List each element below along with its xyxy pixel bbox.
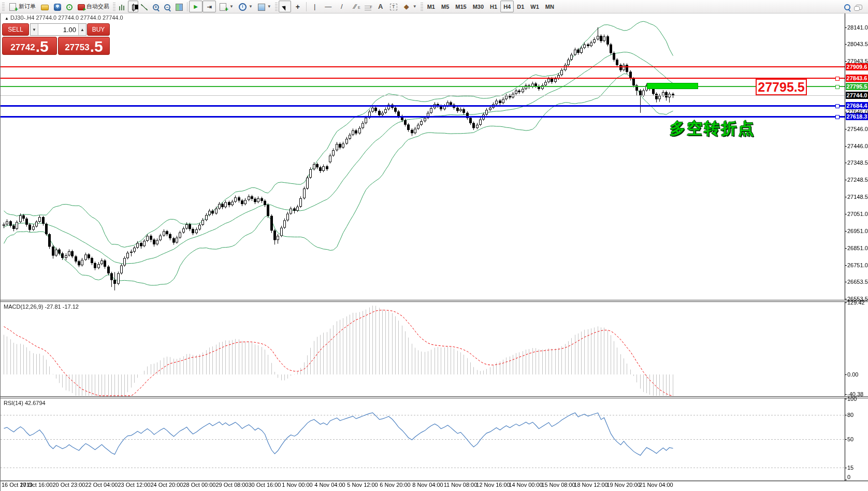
chat-button[interactable] [853, 1, 865, 12]
arrows-dropdown[interactable]: ◆▼ [400, 1, 419, 12]
sell-price-box[interactable]: 27742.5 [2, 37, 57, 55]
price-axis-tick: 26851.0 [847, 245, 868, 251]
buy-price-box[interactable]: 27753.5 [58, 37, 110, 55]
volume-stepper: ▼ ▲ [30, 23, 86, 36]
price-axis-tick: 28141.0 [847, 24, 868, 31]
channel-tool[interactable]: ∕∕E [349, 1, 362, 12]
text-tool[interactable]: A [374, 1, 387, 12]
timeframe-h4[interactable]: H4 [500, 1, 514, 12]
line-handle[interactable] [835, 115, 840, 119]
time-axis-label: 29 Oct 08:00 [216, 482, 249, 488]
fibonacci-tool[interactable]: F [362, 1, 374, 12]
time-axis-label: 22 Oct 04:00 [85, 482, 118, 488]
volume-increase-button[interactable]: ▲ [78, 24, 86, 35]
timeframe-h1[interactable]: H1 [487, 1, 500, 12]
chart-shift-button[interactable]: ⇥ [202, 1, 216, 12]
templates-dropdown[interactable]: ▼ [255, 1, 274, 12]
indicators-dropdown[interactable]: ▼ [216, 1, 236, 12]
autotrade-button[interactable]: 自动交易 [75, 1, 112, 12]
sell-price-frac: .5 [36, 39, 49, 54]
candlestick-icon [132, 5, 135, 10]
bar-chart-mode-button[interactable] [117, 1, 128, 12]
auto-scroll-button[interactable]: ▶ [189, 1, 202, 12]
timeframe-m15[interactable]: M15 [452, 1, 469, 12]
toolbar-separator [306, 2, 307, 11]
turning-point-annotation[interactable]: 多空转折点 [670, 118, 755, 139]
horizontal-line-27684.4[interactable] [1, 105, 845, 107]
templates-icon [258, 4, 265, 11]
time-axis-label: 1 Nov 00:00 [282, 482, 312, 488]
line-handle[interactable] [835, 104, 840, 108]
volume-decrease-button[interactable]: ▼ [31, 24, 38, 35]
rsi-axis-tick: 100 [847, 396, 868, 402]
chart-canvas[interactable] [1, 13, 868, 491]
time-axis-label: 8 Nov 04:00 [412, 482, 443, 488]
horizontal-line-27618.3[interactable] [1, 116, 845, 118]
horizontal-line-27909.6[interactable] [1, 66, 845, 67]
time-axis-label: 18 Nov 12:00 [574, 482, 607, 488]
vertical-line-tool[interactable]: | [308, 1, 322, 12]
time-axis-label: 20 Oct 23:00 [53, 482, 85, 488]
toolbar-grip [2, 3, 5, 11]
chevron-down-icon: ▼ [229, 4, 234, 9]
candle-chart-mode-button[interactable] [128, 1, 138, 12]
time-axis-label: 12 Nov 16:00 [476, 482, 510, 488]
timeframe-m30[interactable]: M30 [470, 1, 487, 12]
vertical-line-icon: | [311, 3, 319, 11]
rsi-indicator-label: RSI(14) 42.6794 [4, 400, 46, 406]
periods-dropdown[interactable]: ▼ [236, 1, 255, 12]
zoom-out-icon: − [164, 4, 170, 10]
new-order-button[interactable]: 新订单 [6, 1, 38, 12]
time-axis-label: 30 Oct 16:00 [249, 482, 281, 488]
autotrade-label: 自动交易 [86, 3, 109, 10]
price-axis-tick: 27348.5 [847, 160, 868, 166]
buy-price-frac: .5 [90, 39, 103, 54]
volume-input[interactable] [38, 24, 78, 35]
tile-windows-button[interactable] [173, 1, 185, 12]
timeframe-mn[interactable]: MN [542, 1, 557, 12]
horizontal-line-27843.6[interactable] [1, 78, 845, 79]
timeframe-w1[interactable]: W1 [527, 1, 542, 12]
price-axis-tick: 27943.5 [847, 58, 868, 64]
sell-button[interactable]: SELL [2, 23, 29, 36]
line-handle[interactable] [835, 85, 840, 89]
highlight-rectangle[interactable] [647, 83, 698, 89]
chevron-down-icon: ▼ [249, 4, 253, 9]
line-chart-mode-button[interactable] [138, 1, 150, 12]
profile-button[interactable] [51, 1, 64, 12]
object-marker-icon: ▲ [5, 16, 9, 21]
time-axis-label: 15 Nov 08:00 [541, 482, 575, 488]
price-axis-tick: 27646.0 [847, 109, 868, 115]
line-handle[interactable] [835, 77, 840, 81]
price-axis-tick: 26653.5 [847, 279, 868, 285]
timeframe-m5[interactable]: M5 [438, 1, 452, 12]
horizontal-line-27744.0[interactable] [1, 95, 845, 96]
horizontal-line-tool[interactable]: — [322, 1, 335, 12]
arrows-icon: ◆ [402, 3, 411, 11]
user-icon [54, 4, 61, 11]
timeframe-d1[interactable]: D1 [514, 1, 527, 12]
time-axis-label: 4 Nov 04:00 [314, 482, 345, 488]
time-axis-label: 23 Oct 12:00 [118, 482, 151, 488]
toolbar: 新订单 自动交易 + − ▶ ⇥ ▼ ▼ ▼ + | — / ∕∕E F A T… [0, 0, 868, 13]
sell-price-main: 27742 [10, 42, 35, 54]
price-axis-tick: 27546.0 [847, 126, 868, 132]
new-order-label: 新订单 [19, 3, 36, 10]
crosshair-tool-button[interactable]: + [291, 1, 305, 12]
toolbar-grip [275, 3, 278, 11]
chat-icon [856, 5, 862, 10]
trendline-tool[interactable]: / [335, 1, 349, 12]
buy-button[interactable]: BUY [87, 23, 110, 36]
timeframe-m1[interactable]: M1 [424, 1, 438, 12]
signals-button[interactable] [64, 1, 75, 12]
price-callout-box[interactable]: 27795.5 [756, 79, 807, 95]
zoom-in-button[interactable]: + [150, 1, 162, 12]
zoom-out-button[interactable]: − [162, 1, 173, 12]
horizontal-line-27795.5[interactable] [1, 86, 845, 87]
market-watch-button[interactable] [38, 1, 51, 12]
rsi-axis-tick: 80 [847, 412, 868, 418]
auto-scroll-icon: ▶ [192, 3, 200, 11]
text-label-tool[interactable]: T [387, 1, 400, 12]
search-button[interactable] [842, 1, 853, 12]
cursor-tool-button[interactable] [279, 1, 291, 12]
